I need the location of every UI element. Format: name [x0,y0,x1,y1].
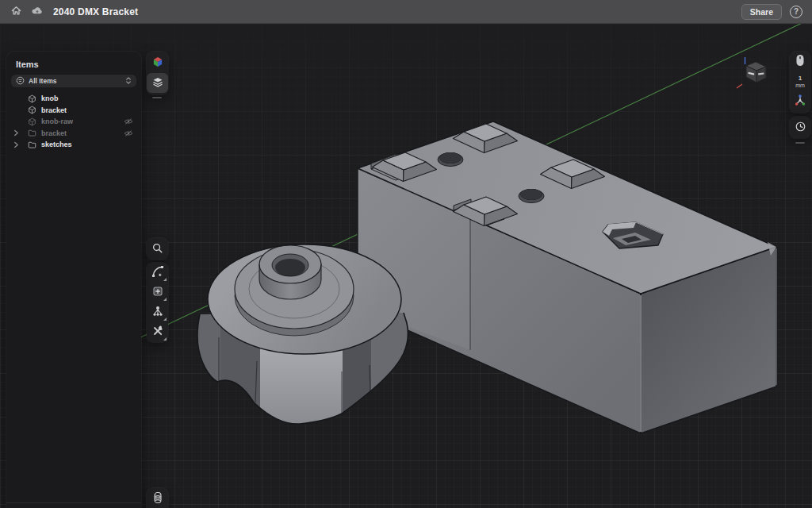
input-settings-button[interactable] [790,52,810,71]
item-label: knob [41,94,141,102]
body-cube-icon [28,94,36,103]
help-button[interactable]: ? [790,6,802,18]
item-label: knob-raw [41,117,124,125]
add-body-icon [151,285,164,300]
layers-icon [151,75,164,90]
item-row-sketches[interactable]: sketches [6,139,141,151]
items-panel: Items All Items knob [6,52,141,508]
flyout-corner-icon [163,337,167,341]
mouse-settings-icon [795,54,805,69]
search-button[interactable] [147,239,168,259]
home-button[interactable] [10,6,22,18]
bracket-3d-object[interactable] [358,121,776,433]
units-indicator: 1 mm [795,75,805,88]
knob-3d-object[interactable] [190,244,412,433]
expand-chevron-icon[interactable] [11,141,21,148]
items-filter-value: All Items [29,77,56,85]
hidden-eye-icon[interactable] [124,117,134,125]
history-clock-icon [795,121,806,135]
units-value: 1 [795,75,805,82]
flyout-corner-icon [163,278,167,281]
add-body-tool-button[interactable] [147,283,168,302]
x-axis-tick [737,84,742,88]
flyout-corner-icon [163,298,167,301]
units-button[interactable]: 1 mm [790,71,810,91]
axes-settings-icon [794,94,806,109]
arc-tool-icon [151,265,164,280]
body-cube-icon [28,106,36,114]
body-cube-icon [28,117,36,126]
view-settings-toolbar: 1 mm [790,52,810,113]
tools-wrench-icon [151,325,164,340]
flyout-corner-icon [163,318,167,321]
folder-icon [28,129,36,137]
modeling-tools-toolbar [147,263,168,342]
item-label: bracket [41,129,124,137]
item-row-bracket-folder[interactable]: bracket [6,128,141,140]
assembly-tree-icon [151,305,164,320]
items-panel-title: Items [6,52,141,75]
secondary-tools-toolbar [147,488,168,508]
items-filter-dropdown[interactable]: All Items [11,75,136,87]
cloud-sync-button[interactable] [31,6,44,18]
material-view-button[interactable] [147,53,168,73]
toolbar-handle[interactable] [795,142,805,144]
items-list: knob bracket knob-raw [6,93,141,151]
hidden-eye-icon[interactable] [124,129,134,137]
view-style-toolbar [147,52,168,94]
home-icon [10,5,22,19]
item-row-knob[interactable]: knob [6,93,141,105]
item-row-bracket[interactable]: bracket [6,105,141,117]
items-panel-footer [6,502,141,508]
spring-tool-icon [152,491,163,506]
item-label: bracket [41,106,141,114]
history-toolbar [790,117,810,138]
cloud-sync-icon [31,4,44,19]
layers-view-button[interactable] [147,73,168,93]
toolbar-handle[interactable] [152,97,162,98]
item-label: sketches [41,140,141,148]
orientation-cube[interactable] [734,56,772,92]
item-row-knob-raw[interactable]: knob-raw [6,116,141,128]
spring-tool-button[interactable] [147,489,168,508]
3d-viewport[interactable]: Items All Items knob [0,24,812,508]
color-cube-icon [151,56,164,71]
sketch-arc-tool-button[interactable] [147,263,168,283]
select-chevrons-icon [125,75,132,87]
search-toolbar [147,238,168,260]
top-bar: 2040 DMX Bracket Share ? [0,0,812,24]
assembly-tool-button[interactable] [147,302,168,322]
folder-icon [28,140,36,149]
share-button[interactable]: Share [741,4,782,20]
expand-chevron-icon[interactable] [11,129,21,137]
units-unit: mm [795,83,805,88]
utilities-tool-button[interactable] [147,322,168,342]
filter-circle-icon [16,75,25,87]
axes-settings-button[interactable] [790,91,810,111]
search-icon [151,242,163,256]
history-button[interactable] [790,117,810,137]
document-title: 2040 DMX Bracket [53,6,138,17]
